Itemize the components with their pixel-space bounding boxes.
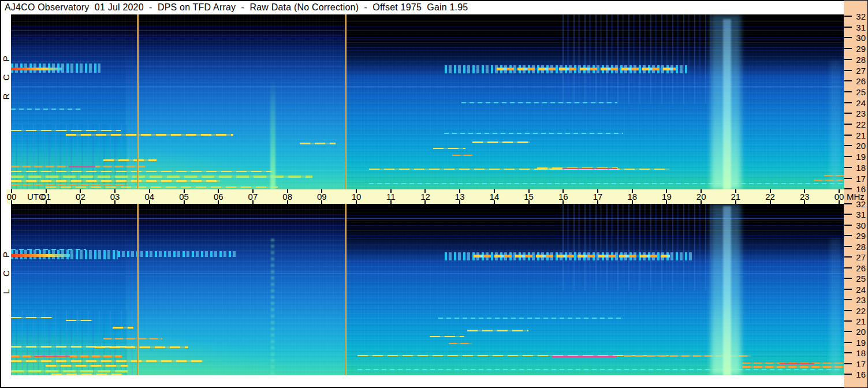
freq-tick: [844, 48, 852, 49]
hour-label: 02: [72, 192, 89, 202]
freq-tick: [844, 203, 852, 204]
freq-label: 27: [852, 252, 866, 262]
feature-vstreak: [270, 79, 275, 189]
freq-label: 28: [852, 55, 866, 65]
freq-label: 32: [852, 12, 866, 21]
freq-tick: [844, 289, 852, 290]
feature-lineo: [742, 366, 844, 368]
freq-label: 23: [852, 295, 866, 305]
freq-label: 21: [852, 316, 866, 326]
hour-label: 17: [589, 192, 606, 202]
feature-liney: [433, 148, 465, 149]
hour-label: 15: [520, 192, 538, 202]
freq-label: 26: [852, 76, 866, 86]
freq-label: 26: [852, 263, 866, 273]
freq-label: 18: [852, 348, 866, 358]
freq-tick: [844, 80, 852, 81]
freq-label: 18: [852, 163, 866, 173]
feature-linem: [552, 356, 617, 357]
feature-linec: [461, 102, 617, 103]
freq-label: 23: [852, 109, 866, 118]
hour-label: 00: [3, 192, 20, 202]
freq-tick: [844, 331, 852, 332]
freq-tick: [844, 310, 852, 311]
freq-tick: [844, 246, 852, 247]
freq-tick: [844, 188, 852, 189]
panel-label-rcp: R C P: [1, 48, 10, 102]
rcp-spectrogram: [11, 14, 844, 189]
feature-linec: [11, 109, 81, 110]
hour-label: 05: [176, 192, 193, 202]
freq-label: 20: [852, 141, 866, 151]
hour-label: 20: [692, 192, 710, 202]
freq-label: 31: [852, 210, 866, 219]
hour-label: 11: [382, 192, 400, 202]
feature-cal: [345, 14, 347, 189]
freq-label: 19: [852, 152, 866, 162]
freq-label: 28: [852, 242, 866, 252]
freq-label: 27: [852, 66, 866, 76]
feature-liney: [66, 134, 233, 136]
freq-label: 19: [852, 338, 866, 348]
freq-label: 21: [852, 130, 866, 140]
feature-vband2: [830, 61, 840, 189]
feature-vbandc: [723, 206, 731, 375]
feature-liney: [11, 317, 53, 318]
freq-label: 31: [852, 23, 866, 32]
feature-liney: [46, 186, 278, 188]
feature-cal: [137, 204, 139, 375]
freq-label: 16: [852, 370, 866, 379]
hour-label: 12: [416, 192, 434, 202]
feature-linec: [369, 183, 843, 184]
hour-label: 06: [210, 192, 227, 202]
freq-tick: [844, 225, 852, 226]
dps-spectrogram-image: AJ4CO Observatory 01 Jul 2020 - DPS on T…: [0, 0, 868, 388]
freq-tick: [844, 135, 852, 136]
feature-striation: [562, 204, 713, 290]
freq-tick: [844, 167, 852, 168]
hour-label: 10: [348, 192, 365, 202]
hour-label: 21: [727, 192, 744, 202]
freq-tick: [844, 278, 852, 279]
feature-vbandc: [723, 19, 731, 189]
hour-label: 19: [658, 192, 675, 202]
hour-label: 01: [38, 192, 55, 202]
feature-linec: [357, 369, 843, 370]
feature-linem: [780, 363, 814, 364]
freq-label: 25: [852, 274, 866, 283]
feature-linec: [438, 318, 623, 319]
feature-vstreakd: [271, 238, 274, 375]
freq-tick: [844, 374, 852, 375]
feature-cal: [137, 14, 139, 189]
feature-liney: [95, 346, 188, 348]
freq-tick: [844, 363, 852, 364]
freq-tick: [844, 113, 852, 114]
freq-label: 24: [852, 98, 866, 108]
feature-emisc: [474, 255, 670, 258]
hour-label: 09: [313, 192, 330, 202]
feature-liney: [300, 143, 336, 144]
freq-tick: [844, 299, 852, 300]
freq-tick: [844, 91, 852, 92]
feature-liney: [11, 180, 220, 182]
lcp-spectrogram: [11, 204, 844, 375]
hour-label: 23: [796, 192, 813, 202]
freq-tick: [844, 37, 852, 38]
feature-vband2: [830, 238, 840, 375]
freq-tick: [844, 320, 852, 322]
freq-tick: [844, 178, 852, 179]
freq-label: 25: [852, 87, 866, 97]
freq-tick: [844, 70, 852, 71]
hour-label: 18: [624, 192, 641, 202]
feature-lineg: [11, 176, 312, 178]
hour-label: 03: [106, 192, 124, 202]
freq-tick: [844, 256, 852, 258]
hour-label: 16: [554, 192, 572, 202]
freq-label: 30: [852, 221, 866, 230]
freq-tick: [844, 352, 852, 353]
feature-liney: [11, 130, 121, 131]
hour-label: 08: [279, 192, 296, 202]
hour-label: 14: [486, 192, 503, 202]
freq-label: 22: [852, 306, 866, 316]
freq-tick: [844, 214, 852, 215]
